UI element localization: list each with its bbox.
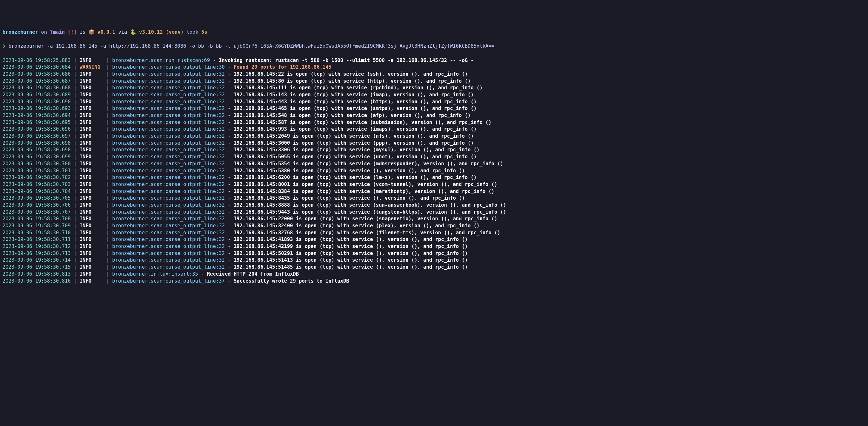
- log-level: INFO: [80, 133, 103, 139]
- log-line: 2023-09-06 19:58:30.695 | INFO | bronzeb…: [3, 119, 865, 126]
- log-message: 192.168.86.145:42199 is open (tcp) with …: [234, 244, 468, 249]
- log-dash: -: [225, 161, 234, 167]
- log-separator: |: [103, 161, 112, 167]
- package-version: v0.0.1: [97, 29, 115, 35]
- log-dash: -: [210, 58, 219, 63]
- log-dash: -: [225, 230, 234, 235]
- log-dash: -: [225, 181, 234, 187]
- log-line: 2023-09-06 19:58:30.713 | INFO | bronzeb…: [3, 250, 865, 257]
- log-separator: |: [71, 278, 80, 284]
- log-source: bronzeburner.scan:parse_output_line:32: [112, 78, 225, 84]
- log-dash: -: [225, 140, 234, 146]
- log-source: bronzeburner.scan:parse_output_line:32: [112, 133, 225, 139]
- log-line: 2023-09-06 19:58:30.700 | INFO | bronzeb…: [3, 161, 865, 168]
- log-dash: -: [225, 251, 234, 256]
- log-message: 192.168.86.145:50291 is open (tcp) with …: [234, 251, 468, 256]
- git-branch-icon: ?: [50, 29, 53, 35]
- log-source: bronzeburner.scan:parse_output_line:32: [112, 202, 225, 208]
- log-message: 192.168.86.145:22 is open (tcp) with ser…: [234, 71, 468, 77]
- log-separator: |: [71, 174, 80, 180]
- log-source: bronzeburner.scan:run_rustscan:69: [112, 58, 210, 63]
- log-separator: |: [71, 106, 80, 111]
- log-line: 2023-09-06 19:58:30.690 | INFO | bronzeb…: [3, 98, 865, 106]
- log-separator: |: [103, 92, 112, 97]
- log-separator: |: [103, 126, 112, 132]
- log-separator: |: [71, 58, 80, 63]
- log-level: INFO: [80, 168, 103, 174]
- log-separator: |: [71, 140, 80, 146]
- git-status-flag: [!]: [68, 29, 76, 35]
- log-source: bronzeburner.scan:parse_output_line:32: [112, 181, 225, 187]
- log-level: INFO: [80, 119, 103, 125]
- log-level: WARNING: [80, 64, 103, 70]
- log-message: 192.168.86.145:8435 is open (tcp) with s…: [234, 195, 465, 201]
- log-line: 2023-09-06 19:58:30.703 | INFO | bronzeb…: [3, 181, 865, 188]
- log-separator: |: [103, 168, 112, 174]
- log-separator: |: [71, 78, 80, 84]
- prompt-on: on: [41, 29, 47, 35]
- log-separator: |: [103, 133, 112, 139]
- log-source: bronzeburner.scan:parse_output_line:32: [112, 195, 225, 201]
- log-line: 2023-09-06 19:58:25.883 | INFO | bronzeb…: [3, 57, 865, 64]
- log-level: INFO: [80, 113, 103, 118]
- log-timestamp: 2023-09-06 19:58:30.707: [3, 209, 71, 215]
- log-dash: -: [225, 126, 234, 132]
- log-level: INFO: [80, 92, 103, 97]
- log-level: INFO: [80, 216, 103, 222]
- log-timestamp: 2023-09-06 19:58:30.693: [3, 106, 71, 111]
- log-dash: -: [225, 216, 234, 222]
- log-line: 2023-09-06 19:58:30.693 | INFO | bronzeb…: [3, 105, 865, 112]
- log-separator: |: [103, 58, 112, 63]
- log-message: 192.168.86.145:143 is open (tcp) with se…: [234, 92, 474, 97]
- log-dash: -: [225, 154, 234, 160]
- log-line: 2023-09-06 19:58:30.686 | INFO | bronzeb…: [3, 71, 865, 78]
- log-message: 192.168.86.145:9443 is open (tcp) with s…: [234, 209, 506, 215]
- log-separator: |: [103, 181, 112, 187]
- log-line: 2023-09-06 19:58:30.816 | INFO | bronzeb…: [3, 278, 865, 285]
- log-separator: |: [103, 251, 112, 256]
- shell-prompt-status: bronzeburner on ?main [!] is 📦 v0.0.1 vi…: [3, 29, 865, 36]
- log-timestamp: 2023-09-06 19:58:25.883: [3, 58, 71, 63]
- log-separator: |: [71, 161, 80, 167]
- log-line: 2023-09-06 19:58:30.813 | INFO | bronzeb…: [3, 271, 865, 278]
- log-level: INFO: [80, 271, 103, 277]
- log-dash: -: [198, 271, 207, 277]
- log-timestamp: 2023-09-06 19:58:30.712: [3, 244, 71, 249]
- log-message: 192.168.86.145:6200 is open (tcp) with s…: [234, 174, 476, 180]
- log-timestamp: 2023-09-06 19:58:30.698: [3, 147, 71, 152]
- log-source: bronzeburner.scan:parse_output_line:32: [112, 251, 225, 256]
- shell-command-line[interactable]: ❯ bronzeburner -a 192.168.86.145 -u http…: [3, 43, 865, 50]
- log-source: bronzeburner.scan:parse_output_line:32: [112, 189, 225, 194]
- log-timestamp: 2023-09-06 19:58:30.687: [3, 78, 71, 84]
- log-source: bronzeburner.scan:parse_output_line:32: [112, 147, 225, 152]
- log-level: INFO: [80, 99, 103, 105]
- log-dash: -: [225, 244, 234, 249]
- log-line: 2023-09-06 19:58:30.688 | INFO | bronzeb…: [3, 85, 865, 91]
- log-line: 2023-09-06 19:58:30.708 | INFO | bronzeb…: [3, 216, 865, 223]
- log-line: 2023-09-06 19:58:30.684 | WARNING | bron…: [3, 64, 865, 71]
- log-source: bronzeburner.scan:parse_output_line:32: [112, 236, 225, 242]
- log-timestamp: 2023-09-06 19:58:30.816: [3, 278, 71, 284]
- log-source: bronzeburner.scan:parse_output_line:32: [112, 154, 225, 160]
- log-separator: |: [103, 99, 112, 105]
- log-source: bronzeburner.scan:parse_output_line:32: [112, 257, 225, 263]
- command-text: bronzeburner -a 192.168.86.145 -u http:/…: [8, 43, 494, 49]
- log-separator: |: [103, 113, 112, 118]
- log-level: INFO: [80, 161, 103, 167]
- log-separator: |: [103, 244, 112, 249]
- log-message: 192.168.86.145:80 is open (tcp) with ser…: [234, 78, 471, 84]
- log-line: 2023-09-06 19:58:30.701 | INFO | bronzeb…: [3, 168, 865, 174]
- log-message: 192.168.86.145:51413 is open (tcp) with …: [234, 257, 468, 263]
- log-level: INFO: [80, 189, 103, 194]
- log-separator: |: [103, 78, 112, 84]
- snake-icon: 🐍: [130, 29, 136, 35]
- log-dash: -: [225, 99, 234, 105]
- log-message: Found 29 ports for 192.168.86.145: [234, 64, 332, 70]
- log-source: bronzeburner.scan:parse_output_line:30: [112, 64, 225, 70]
- log-source: bronzeburner.scan:parse_output_line:32: [112, 92, 225, 97]
- log-timestamp: 2023-09-06 19:58:30.706: [3, 202, 71, 208]
- log-separator: |: [103, 85, 112, 91]
- log-line: 2023-09-06 19:58:30.698 | INFO | bronzeb…: [3, 140, 865, 147]
- log-source: bronzeburner.scan:parse_output_line:32: [112, 174, 225, 180]
- log-separator: |: [71, 71, 80, 77]
